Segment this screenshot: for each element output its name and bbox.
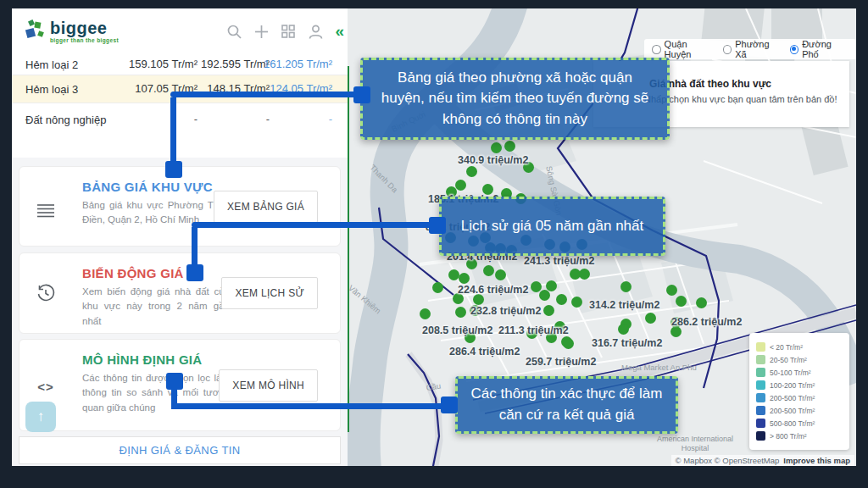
improve-map-link[interactable]: Improve this map: [783, 456, 850, 465]
connector-line: [192, 227, 198, 268]
radio-unchecked-icon: [723, 45, 732, 54]
price-point-marker[interactable]: [504, 141, 515, 152]
legend-item: 200-500 Tr/m²: [756, 404, 843, 417]
radio-unchecked-icon: [652, 45, 661, 54]
section-bang-gia-khu-vuc: BẢNG GIÁ KHU VỰC Bảng giá khu vực Phường…: [19, 166, 341, 247]
map-price-label: 286.4 triệu/m2: [449, 346, 520, 358]
price-point-marker[interactable]: [561, 336, 572, 347]
table-row[interactable]: Đất nông nghiệp - - -: [12, 104, 348, 157]
connector-line: [171, 403, 449, 409]
map-filter-bar: Quận Huyện Phường Xã Đường Phố: [644, 39, 856, 59]
legend-item: < 20 Tr/m²: [756, 341, 843, 353]
app-window: Hẻm loại 2 159.105 Tr/m² 192.595 Tr/m² 1…: [12, 8, 856, 466]
legend-swatch: [756, 393, 765, 402]
left-panel: Hẻm loại 2 159.105 Tr/m² 192.595 Tr/m² 1…: [12, 8, 348, 466]
user-icon[interactable]: [306, 22, 325, 41]
price-point-marker[interactable]: [495, 269, 506, 280]
price-point-marker[interactable]: [556, 294, 567, 305]
tooltip-text: Lịch sử giá 05 năm gần nhất: [461, 216, 644, 237]
apps-grid-icon[interactable]: [279, 22, 298, 41]
legend-item: 20-50 Tr/m²: [756, 353, 843, 366]
price-point-marker[interactable]: [455, 307, 466, 318]
legend-swatch: [756, 431, 765, 441]
row-value: 161.205 Tr/m²: [264, 58, 332, 70]
add-icon[interactable]: [252, 22, 270, 41]
tooltip-lich-su-gia: Lịch sử giá 05 năm gần nhất: [439, 197, 665, 256]
search-icon[interactable]: [225, 22, 243, 41]
info-subtitle: Nhấp chọn khu vực bạn quan tâm trên bản …: [644, 94, 843, 104]
legend-swatch: [756, 419, 765, 428]
section-bien-dong-gia: BIẾN ĐỘNG GIÁ Xem biến động giá nhà đất …: [19, 252, 341, 334]
row-label: Hẻm loại 2: [25, 58, 110, 73]
price-point-marker[interactable]: [579, 269, 590, 280]
legend-label: 500-800 Tr/m²: [770, 419, 815, 428]
logo[interactable]: biggee bigger than the biggest: [24, 19, 119, 44]
price-point-marker[interactable]: [645, 313, 656, 324]
table-row[interactable]: Hẻm loại 3 107.05 Tr/m² 148.15 Tr/m² 124…: [12, 75, 348, 103]
radio-option-quan-huyen[interactable]: Quận Huyện: [652, 39, 715, 59]
price-point-marker[interactable]: [466, 166, 477, 177]
price-point-marker[interactable]: [571, 297, 582, 308]
section-description: Xem biến động giá nhà đất của khu vực nà…: [82, 285, 230, 329]
section-title: MÔ HÌNH ĐỊNH GIÁ: [82, 352, 202, 367]
connector-line: [192, 222, 437, 228]
price-point-marker[interactable]: [455, 180, 466, 191]
price-point-marker[interactable]: [420, 308, 431, 319]
collapse-panel-icon[interactable]: «: [335, 22, 344, 41]
price-point-marker[interactable]: [618, 324, 629, 335]
price-point-marker[interactable]: [459, 273, 470, 284]
scroll-to-top-button[interactable]: ↑: [25, 402, 56, 432]
row-value: -: [266, 113, 270, 125]
price-point-marker[interactable]: [483, 265, 494, 276]
row-label: Hẻm loại 3: [25, 82, 110, 97]
map-legend: < 20 Tr/m² 20-50 Tr/m² 50-100 Tr/m² 100-…: [749, 333, 849, 450]
panel-map-divider: [348, 66, 349, 432]
list-icon: [35, 199, 57, 221]
xem-bang-gia-button[interactable]: XEM BẢNG GIÁ: [214, 191, 318, 223]
price-point-marker[interactable]: [432, 282, 443, 293]
legend-label: > 800 Tr/m²: [770, 432, 807, 441]
legend-swatch: [756, 406, 765, 415]
legend-item: 200-500 Tr/m²: [756, 391, 843, 404]
row-value: -: [194, 113, 198, 125]
price-point-marker[interactable]: [543, 305, 554, 316]
price-point-marker[interactable]: [620, 281, 632, 292]
history-clock-icon: [35, 282, 57, 304]
legend-swatch: [756, 355, 765, 364]
price-point-marker[interactable]: [666, 285, 677, 296]
price-point-marker[interactable]: [696, 297, 707, 308]
radio-checked-icon: [790, 45, 799, 54]
section-title: BIẾN ĐỘNG GIÁ: [82, 266, 184, 280]
arrow-up-icon: ↑: [37, 408, 45, 425]
legend-label: < 20 Tr/m²: [770, 343, 803, 352]
cta-label: ĐỊNH GIÁ & ĐĂNG TIN: [119, 444, 240, 457]
radio-label: Đường Phố: [802, 39, 849, 59]
xem-mo-hinh-button[interactable]: XEM MÔ HÌNH: [219, 369, 318, 402]
radio-option-duong-pho[interactable]: Đường Phố: [790, 39, 849, 59]
price-point-marker[interactable]: [491, 142, 502, 153]
radio-label: Quận Huyện: [665, 39, 715, 59]
xem-lich-su-button[interactable]: XEM LỊCH SỬ: [221, 277, 318, 309]
map-price-label: 286.2 triệu/m2: [671, 316, 742, 328]
row-value: 159.105 Tr/m²: [129, 58, 198, 70]
connector-line: [170, 92, 362, 97]
legend-label: 100-200 Tr/m²: [770, 381, 815, 390]
tooltip-thong-tin-xac-thuc: Các thông tin xác thực để làm căn cứ ra …: [455, 376, 678, 434]
price-point-marker[interactable]: [676, 296, 687, 307]
radio-label: Phường Xã: [735, 39, 781, 59]
tooltip-bang-gia: Bảng giá theo phường xã hoặc quận huyện,…: [360, 58, 670, 140]
map-price-label: 314.2 triệu/m2: [589, 299, 659, 311]
logo-text: biggee: [50, 19, 119, 36]
connector-line: [170, 97, 176, 169]
dinh-gia-dang-tin-button[interactable]: ĐỊNH GIÁ & ĐĂNG TIN: [19, 436, 341, 464]
legend-label: 200-500 Tr/m²: [770, 407, 815, 415]
map-price-label: 259.7 triệu/m2: [526, 356, 596, 368]
attribution-links[interactable]: © Mapbox © OpenStreetMap: [676, 456, 780, 465]
legend-swatch: [756, 342, 765, 352]
radio-option-phuong-xa[interactable]: Phường Xã: [723, 39, 782, 59]
legend-label: 50-100 Tr/m²: [770, 369, 811, 377]
map-attribution: © Mapbox © OpenStreetMap Improve this ma…: [671, 455, 854, 466]
legend-item: 50-100 Tr/m²: [756, 366, 843, 379]
row-value: 192.595 Tr/m²: [201, 58, 270, 70]
price-point-marker[interactable]: [539, 290, 550, 301]
